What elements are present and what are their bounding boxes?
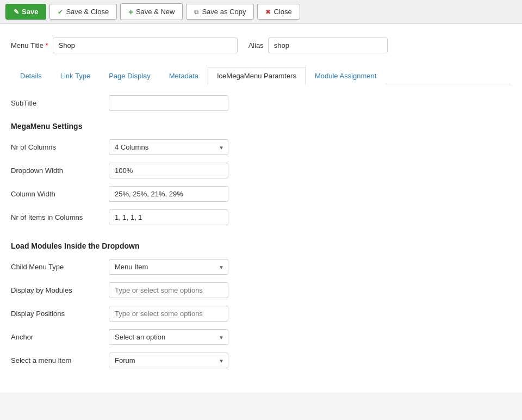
dropdown-width-input[interactable] bbox=[109, 163, 228, 178]
column-width-row: Column Width bbox=[11, 186, 511, 202]
nr-columns-label: Nr of Columns bbox=[11, 143, 109, 151]
child-menu-type-select[interactable]: Menu Item Module bbox=[109, 259, 228, 275]
anchor-select[interactable]: Select an option bbox=[109, 329, 228, 345]
load-modules-section: Load Modules Inside the Dropdown Child M… bbox=[11, 242, 511, 368]
anchor-label: Anchor bbox=[11, 333, 109, 341]
column-width-input[interactable] bbox=[109, 186, 228, 202]
select-menu-item-row: Select a menu item Forum bbox=[11, 353, 511, 368]
nr-columns-select-wrapper: 1 Column 2 Columns 3 Columns 4 Columns 5… bbox=[109, 139, 228, 155]
copy-icon bbox=[194, 8, 199, 16]
child-menu-type-label: Child Menu Type bbox=[11, 263, 109, 271]
nr-items-label: Nr of Items in Columns bbox=[11, 213, 109, 221]
save-copy-button[interactable]: Save as Copy bbox=[186, 4, 254, 20]
tab-metadata[interactable]: Metadata bbox=[160, 67, 208, 84]
x-icon bbox=[265, 8, 271, 16]
select-menu-item-wrapper: Forum bbox=[109, 353, 228, 368]
alias-input[interactable] bbox=[268, 38, 388, 53]
display-positions-row: Display Positions bbox=[11, 306, 511, 322]
close-button[interactable]: Close bbox=[257, 4, 300, 20]
content-area: Menu Title * Alias Details Link Type Pag… bbox=[0, 24, 522, 393]
display-by-modules-row: Display by Modules bbox=[11, 282, 511, 298]
child-menu-type-row: Child Menu Type Menu Item Module bbox=[11, 259, 511, 275]
dropdown-width-row: Dropdown Width bbox=[11, 163, 511, 178]
anchor-select-wrapper: Select an option bbox=[109, 329, 228, 345]
tab-module-assignment[interactable]: Module Assignment bbox=[306, 67, 386, 84]
nr-columns-select[interactable]: 1 Column 2 Columns 3 Columns 4 Columns 5… bbox=[109, 139, 228, 155]
save-button[interactable]: Save bbox=[5, 4, 46, 20]
tab-page-display[interactable]: Page Display bbox=[100, 67, 160, 84]
check-icon bbox=[58, 8, 63, 16]
display-positions-label: Display Positions bbox=[11, 310, 109, 318]
alias-group: Alias bbox=[248, 38, 388, 53]
subtitle-label: SubTitle bbox=[11, 99, 109, 107]
required-marker: * bbox=[46, 41, 48, 50]
plus-icon bbox=[128, 7, 133, 16]
nr-items-input[interactable] bbox=[109, 209, 228, 225]
header-row: Menu Title * Alias bbox=[11, 32, 511, 59]
alias-label: Alias bbox=[248, 41, 264, 50]
nr-columns-row: Nr of Columns 1 Column 2 Columns 3 Colum… bbox=[11, 139, 511, 155]
load-modules-section-title: Load Modules Inside the Dropdown bbox=[11, 242, 511, 250]
dropdown-width-label: Dropdown Width bbox=[11, 166, 109, 175]
save-new-button[interactable]: Save & New bbox=[120, 3, 183, 20]
display-by-modules-input[interactable] bbox=[109, 282, 228, 298]
display-by-modules-label: Display by Modules bbox=[11, 286, 109, 294]
menu-title-input[interactable] bbox=[53, 38, 238, 53]
subtitle-row: SubTitle bbox=[11, 95, 511, 111]
select-menu-item-label: Select a menu item bbox=[11, 356, 109, 365]
toolbar: Save Save & Close Save & New Save as Cop… bbox=[0, 0, 522, 24]
child-menu-type-wrapper: Menu Item Module bbox=[109, 259, 228, 275]
subtitle-input[interactable] bbox=[109, 95, 228, 111]
select-menu-item-select[interactable]: Forum bbox=[109, 353, 228, 368]
menu-title-label: Menu Title * bbox=[11, 41, 48, 50]
save-close-button[interactable]: Save & Close bbox=[49, 4, 117, 20]
tabs-bar: Details Link Type Page Display Metadata … bbox=[11, 67, 511, 84]
tab-details[interactable]: Details bbox=[11, 67, 51, 84]
megamenu-section-title: MegaMenu Settings bbox=[11, 122, 511, 131]
nr-items-row: Nr of Items in Columns bbox=[11, 209, 511, 225]
display-positions-input[interactable] bbox=[109, 306, 228, 322]
menu-title-group: Menu Title * bbox=[11, 38, 238, 53]
save-icon bbox=[14, 8, 19, 16]
megamenu-settings-section: MegaMenu Settings Nr of Columns 1 Column… bbox=[11, 122, 511, 225]
tab-link-type[interactable]: Link Type bbox=[51, 67, 100, 84]
column-width-label: Column Width bbox=[11, 190, 109, 198]
tab-icemegamenu[interactable]: IceMegaMenu Paramters bbox=[208, 67, 306, 84]
anchor-row: Anchor Select an option bbox=[11, 329, 511, 345]
